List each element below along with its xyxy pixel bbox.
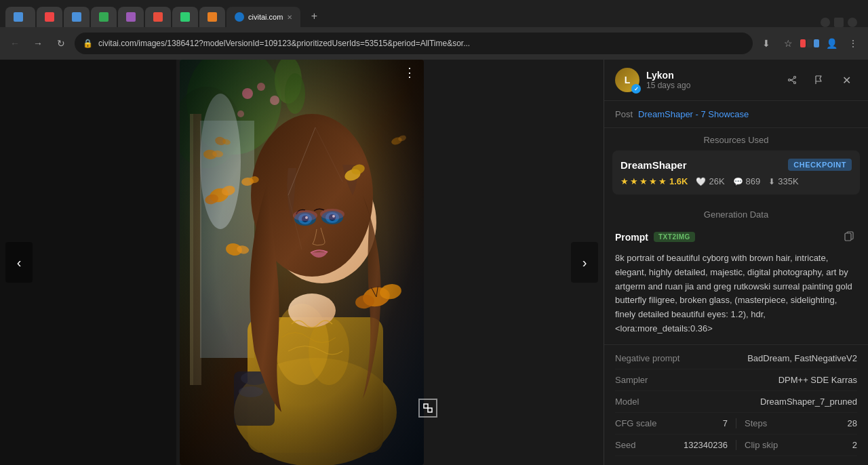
menu-button[interactable]: ⋮ [844, 34, 863, 53]
negative-prompt-row: Negative prompt BadDream, FastNegativeV2 [615, 348, 857, 369]
prompt-text: 8k portrait of beautiful cyborg with bro… [615, 251, 857, 336]
cfg-steps-row: CFG scale 7 Steps 28 [615, 413, 857, 434]
steps-value: 28 [848, 418, 857, 428]
generation-metadata: Negative prompt BadDream, FastNegativeV2… [604, 344, 868, 464]
prev-image-button[interactable]: ‹ [5, 242, 33, 283]
share-button[interactable] [781, 69, 803, 91]
back-button[interactable]: ← [5, 34, 24, 53]
sidebar-header: L ✓ Lykon 15 days ago [604, 60, 868, 101]
seed-label: Seed [615, 440, 635, 450]
download-button[interactable]: ⬇ [757, 34, 776, 53]
seed-clip-row: Seed 132340236 Clip skip 2 [615, 434, 857, 456]
likes-count: 26K [709, 176, 724, 186]
comments-stat: 💬 869 [733, 176, 761, 186]
tab-4[interactable] [91, 7, 117, 27]
cfg-scale-item: CFG scale 7 [615, 418, 728, 428]
heart-icon: 🤍 [696, 177, 706, 186]
url-text: civitai.com/images/1386412?modelVersionI… [98, 39, 745, 48]
tab-close-button[interactable]: ✕ [287, 14, 292, 21]
sampler-row: Sampler DPM++ SDE Karras [615, 369, 857, 391]
new-tab-button[interactable]: + [304, 7, 323, 26]
tab-3[interactable] [64, 7, 90, 27]
sidebar: L ✓ Lykon 15 days ago [604, 60, 868, 465]
bookmark-button[interactable]: ☆ [778, 34, 797, 53]
address-bar[interactable]: 🔒 civitai.com/images/1386412?modelVersio… [75, 33, 753, 54]
nav-action-buttons: ⬇ ☆ 👤 ⋮ [757, 34, 863, 53]
next-image-button[interactable]: › [571, 242, 598, 283]
image-panel: ⋮ [0, 60, 604, 465]
copy-prompt-button[interactable] [841, 228, 857, 246]
header-action-buttons: ✕ [781, 69, 857, 91]
svg-rect-58 [180, 60, 424, 465]
prompt-label: Prompt [615, 232, 648, 243]
resource-top: DreamShaper CHECKPOINT [620, 159, 852, 171]
refresh-button[interactable]: ↻ [52, 34, 71, 53]
window-close[interactable] [848, 18, 857, 27]
extensions-button[interactable] [800, 34, 819, 53]
txt2img-badge: TXT2IMG [654, 232, 695, 242]
likes-stat: 🤍 26K [696, 176, 724, 186]
prompt-header: Prompt TXT2IMG [615, 228, 857, 246]
profile-button[interactable]: 👤 [822, 34, 841, 53]
tab-2[interactable] [37, 7, 62, 27]
model-row: Model DreamShaper_7_pruned [615, 391, 857, 413]
steps-item: Steps 28 [745, 418, 857, 428]
sampler-value: DPM++ SDE Karras [696, 375, 857, 385]
post-link[interactable]: DreamShaper - 7 Showcase [638, 109, 749, 119]
negative-prompt-value: BadDream, FastNegativeV2 [696, 353, 857, 363]
steps-label: Steps [745, 418, 767, 428]
resources-header: Resources Used [604, 128, 868, 150]
generation-header: Generation Data [604, 203, 868, 225]
tab-bar: civitai.com ✕ + [0, 0, 868, 27]
verified-badge: ✓ [631, 84, 641, 94]
security-icon: 🔒 [83, 39, 93, 48]
svg-rect-59 [424, 404, 428, 408]
checkpoint-badge: CHECKPOINT [788, 159, 852, 171]
clip-skip-label: Clip skip [745, 440, 778, 450]
negative-prompt-label: Negative prompt [615, 353, 696, 363]
image-options-button[interactable]: ⋮ [403, 65, 416, 80]
user-info: Lykon 15 days ago [646, 70, 774, 90]
navigation-bar: ← → ↻ 🔒 civitai.com/images/1386412?model… [0, 27, 868, 60]
seed-item: Seed 132340236 [615, 440, 728, 450]
download-icon: ⬇ [768, 177, 775, 186]
avatar[interactable]: L ✓ [615, 68, 639, 92]
clip-skip-item: Clip skip 2 [745, 440, 857, 450]
flag-button[interactable] [808, 69, 830, 91]
model-value: DreamShaper_7_pruned [696, 397, 857, 407]
svg-rect-62 [845, 233, 851, 241]
tab-1[interactable] [5, 7, 35, 27]
tab-8[interactable] [199, 7, 225, 27]
resource-name[interactable]: DreamShaper [620, 159, 687, 171]
resource-stats: ★ ★ ★ ★ ★ 1.6K 🤍 26K 💬 869 ⬇ 335K [620, 176, 852, 186]
post-timestamp: 15 days ago [646, 81, 774, 90]
post-label: Post [615, 109, 633, 119]
model-label: Model [615, 397, 696, 407]
window-minimize[interactable] [821, 18, 830, 27]
tab-civitai[interactable]: civitai.com ✕ [226, 7, 300, 27]
prompt-section: Prompt TXT2IMG 8k portrait of beautiful … [604, 225, 868, 344]
username[interactable]: Lykon [646, 70, 774, 81]
sampler-label: Sampler [615, 375, 696, 385]
downloads-stat: ⬇ 335K [768, 176, 798, 186]
window-maximize[interactable] [834, 18, 844, 27]
rating-count: 1.6K [669, 176, 688, 186]
cfg-scale-value: 7 [723, 418, 728, 428]
close-sidebar-button[interactable]: ✕ [835, 69, 857, 91]
tab-7[interactable] [172, 7, 198, 27]
artwork-image [180, 60, 424, 465]
crop-button[interactable] [418, 399, 437, 418]
tab-5[interactable] [118, 7, 144, 27]
comment-icon: 💬 [733, 177, 743, 186]
forward-button[interactable]: → [28, 34, 47, 53]
downloads-count: 335K [778, 176, 798, 186]
star-rating: ★ ★ ★ ★ ★ 1.6K [620, 176, 688, 186]
main-content: ⋮ [0, 60, 868, 465]
post-section: Post DreamShaper - 7 Showcase [604, 101, 868, 128]
svg-rect-60 [428, 408, 432, 412]
cfg-scale-label: CFG scale [615, 418, 656, 428]
tab-6[interactable] [145, 7, 171, 27]
resource-card: DreamShaper CHECKPOINT ★ ★ ★ ★ ★ 1.6K 🤍 … [612, 150, 860, 195]
clip-skip-value: 2 [852, 440, 857, 450]
browser-chrome: civitai.com ✕ + ← → ↻ 🔒 civitai.com/imag… [0, 0, 868, 60]
